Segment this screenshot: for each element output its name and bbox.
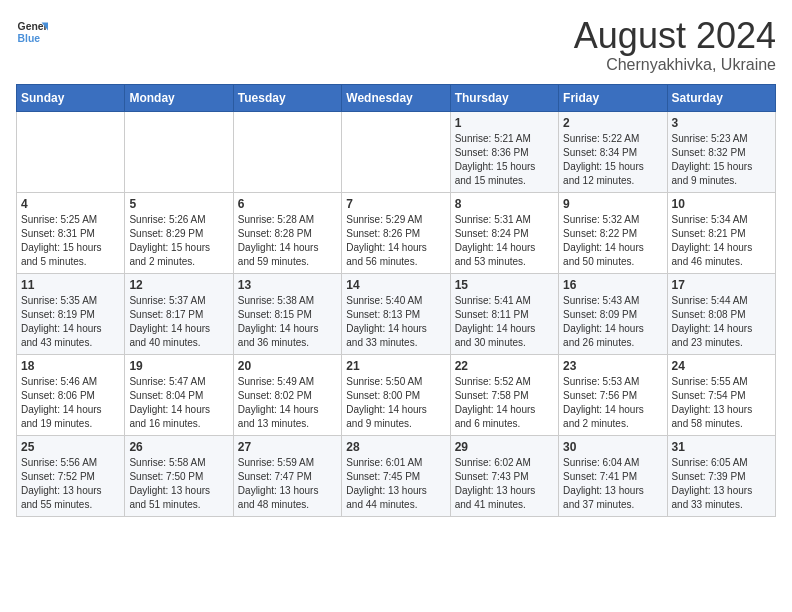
calendar-header: Sunday Monday Tuesday Wednesday Thursday… (17, 84, 776, 111)
day-content: Sunrise: 5:21 AM Sunset: 8:36 PM Dayligh… (455, 132, 554, 188)
day-number: 6 (238, 197, 337, 211)
header-saturday: Saturday (667, 84, 775, 111)
day-content: Sunrise: 5:43 AM Sunset: 8:09 PM Dayligh… (563, 294, 662, 350)
day-number: 19 (129, 359, 228, 373)
day-content: Sunrise: 5:41 AM Sunset: 8:11 PM Dayligh… (455, 294, 554, 350)
calendar-cell: 29Sunrise: 6:02 AM Sunset: 7:43 PM Dayli… (450, 435, 558, 516)
header-wednesday: Wednesday (342, 84, 450, 111)
header-row: Sunday Monday Tuesday Wednesday Thursday… (17, 84, 776, 111)
day-content: Sunrise: 5:49 AM Sunset: 8:02 PM Dayligh… (238, 375, 337, 431)
calendar-title: August 2024 (574, 16, 776, 56)
calendar-cell: 17Sunrise: 5:44 AM Sunset: 8:08 PM Dayli… (667, 273, 775, 354)
header-tuesday: Tuesday (233, 84, 341, 111)
day-content: Sunrise: 6:02 AM Sunset: 7:43 PM Dayligh… (455, 456, 554, 512)
calendar-cell (342, 111, 450, 192)
day-number: 18 (21, 359, 120, 373)
calendar-cell: 30Sunrise: 6:04 AM Sunset: 7:41 PM Dayli… (559, 435, 667, 516)
calendar-week-4: 18Sunrise: 5:46 AM Sunset: 8:06 PM Dayli… (17, 354, 776, 435)
calendar-cell: 2Sunrise: 5:22 AM Sunset: 8:34 PM Daylig… (559, 111, 667, 192)
day-content: Sunrise: 5:58 AM Sunset: 7:50 PM Dayligh… (129, 456, 228, 512)
calendar-subtitle: Chernyakhivka, Ukraine (574, 56, 776, 74)
day-number: 2 (563, 116, 662, 130)
day-number: 10 (672, 197, 771, 211)
day-number: 27 (238, 440, 337, 454)
calendar-cell: 9Sunrise: 5:32 AM Sunset: 8:22 PM Daylig… (559, 192, 667, 273)
calendar-table: Sunday Monday Tuesday Wednesday Thursday… (16, 84, 776, 517)
day-content: Sunrise: 5:40 AM Sunset: 8:13 PM Dayligh… (346, 294, 445, 350)
calendar-cell (233, 111, 341, 192)
day-number: 24 (672, 359, 771, 373)
day-number: 23 (563, 359, 662, 373)
calendar-cell (125, 111, 233, 192)
calendar-week-5: 25Sunrise: 5:56 AM Sunset: 7:52 PM Dayli… (17, 435, 776, 516)
day-content: Sunrise: 5:26 AM Sunset: 8:29 PM Dayligh… (129, 213, 228, 269)
calendar-cell: 15Sunrise: 5:41 AM Sunset: 8:11 PM Dayli… (450, 273, 558, 354)
day-content: Sunrise: 5:35 AM Sunset: 8:19 PM Dayligh… (21, 294, 120, 350)
day-number: 1 (455, 116, 554, 130)
day-content: Sunrise: 5:53 AM Sunset: 7:56 PM Dayligh… (563, 375, 662, 431)
day-number: 11 (21, 278, 120, 292)
day-number: 28 (346, 440, 445, 454)
calendar-cell (17, 111, 125, 192)
day-number: 3 (672, 116, 771, 130)
calendar-cell: 28Sunrise: 6:01 AM Sunset: 7:45 PM Dayli… (342, 435, 450, 516)
day-content: Sunrise: 5:38 AM Sunset: 8:15 PM Dayligh… (238, 294, 337, 350)
day-content: Sunrise: 6:05 AM Sunset: 7:39 PM Dayligh… (672, 456, 771, 512)
day-content: Sunrise: 5:23 AM Sunset: 8:32 PM Dayligh… (672, 132, 771, 188)
header-sunday: Sunday (17, 84, 125, 111)
calendar-body: 1Sunrise: 5:21 AM Sunset: 8:36 PM Daylig… (17, 111, 776, 516)
day-number: 26 (129, 440, 228, 454)
calendar-cell: 5Sunrise: 5:26 AM Sunset: 8:29 PM Daylig… (125, 192, 233, 273)
calendar-cell: 24Sunrise: 5:55 AM Sunset: 7:54 PM Dayli… (667, 354, 775, 435)
day-number: 17 (672, 278, 771, 292)
day-content: Sunrise: 5:52 AM Sunset: 7:58 PM Dayligh… (455, 375, 554, 431)
calendar-cell: 26Sunrise: 5:58 AM Sunset: 7:50 PM Dayli… (125, 435, 233, 516)
day-number: 20 (238, 359, 337, 373)
day-content: Sunrise: 5:29 AM Sunset: 8:26 PM Dayligh… (346, 213, 445, 269)
header-thursday: Thursday (450, 84, 558, 111)
day-content: Sunrise: 5:56 AM Sunset: 7:52 PM Dayligh… (21, 456, 120, 512)
header-monday: Monday (125, 84, 233, 111)
calendar-cell: 18Sunrise: 5:46 AM Sunset: 8:06 PM Dayli… (17, 354, 125, 435)
day-number: 25 (21, 440, 120, 454)
day-content: Sunrise: 5:31 AM Sunset: 8:24 PM Dayligh… (455, 213, 554, 269)
day-number: 12 (129, 278, 228, 292)
calendar-cell: 31Sunrise: 6:05 AM Sunset: 7:39 PM Dayli… (667, 435, 775, 516)
day-number: 4 (21, 197, 120, 211)
calendar-cell: 23Sunrise: 5:53 AM Sunset: 7:56 PM Dayli… (559, 354, 667, 435)
day-number: 14 (346, 278, 445, 292)
calendar-cell: 25Sunrise: 5:56 AM Sunset: 7:52 PM Dayli… (17, 435, 125, 516)
day-content: Sunrise: 5:50 AM Sunset: 8:00 PM Dayligh… (346, 375, 445, 431)
day-number: 15 (455, 278, 554, 292)
calendar-cell: 16Sunrise: 5:43 AM Sunset: 8:09 PM Dayli… (559, 273, 667, 354)
day-number: 29 (455, 440, 554, 454)
day-content: Sunrise: 6:01 AM Sunset: 7:45 PM Dayligh… (346, 456, 445, 512)
calendar-title-block: August 2024 Chernyakhivka, Ukraine (574, 16, 776, 74)
calendar-cell: 21Sunrise: 5:50 AM Sunset: 8:00 PM Dayli… (342, 354, 450, 435)
svg-text:Blue: Blue (18, 33, 41, 44)
day-content: Sunrise: 5:59 AM Sunset: 7:47 PM Dayligh… (238, 456, 337, 512)
day-number: 7 (346, 197, 445, 211)
calendar-cell: 13Sunrise: 5:38 AM Sunset: 8:15 PM Dayli… (233, 273, 341, 354)
calendar-cell: 1Sunrise: 5:21 AM Sunset: 8:36 PM Daylig… (450, 111, 558, 192)
day-content: Sunrise: 5:37 AM Sunset: 8:17 PM Dayligh… (129, 294, 228, 350)
calendar-cell: 11Sunrise: 5:35 AM Sunset: 8:19 PM Dayli… (17, 273, 125, 354)
day-number: 9 (563, 197, 662, 211)
day-content: Sunrise: 5:46 AM Sunset: 8:06 PM Dayligh… (21, 375, 120, 431)
calendar-week-2: 4Sunrise: 5:25 AM Sunset: 8:31 PM Daylig… (17, 192, 776, 273)
calendar-week-1: 1Sunrise: 5:21 AM Sunset: 8:36 PM Daylig… (17, 111, 776, 192)
day-content: Sunrise: 5:25 AM Sunset: 8:31 PM Dayligh… (21, 213, 120, 269)
day-content: Sunrise: 5:47 AM Sunset: 8:04 PM Dayligh… (129, 375, 228, 431)
day-number: 30 (563, 440, 662, 454)
calendar-cell: 20Sunrise: 5:49 AM Sunset: 8:02 PM Dayli… (233, 354, 341, 435)
page-header: General Blue General Blue August 2024 Ch… (16, 16, 776, 74)
calendar-cell: 12Sunrise: 5:37 AM Sunset: 8:17 PM Dayli… (125, 273, 233, 354)
day-content: Sunrise: 5:28 AM Sunset: 8:28 PM Dayligh… (238, 213, 337, 269)
calendar-cell: 19Sunrise: 5:47 AM Sunset: 8:04 PM Dayli… (125, 354, 233, 435)
day-number: 16 (563, 278, 662, 292)
day-content: Sunrise: 5:22 AM Sunset: 8:34 PM Dayligh… (563, 132, 662, 188)
calendar-cell: 14Sunrise: 5:40 AM Sunset: 8:13 PM Dayli… (342, 273, 450, 354)
day-number: 21 (346, 359, 445, 373)
calendar-cell: 7Sunrise: 5:29 AM Sunset: 8:26 PM Daylig… (342, 192, 450, 273)
day-number: 8 (455, 197, 554, 211)
